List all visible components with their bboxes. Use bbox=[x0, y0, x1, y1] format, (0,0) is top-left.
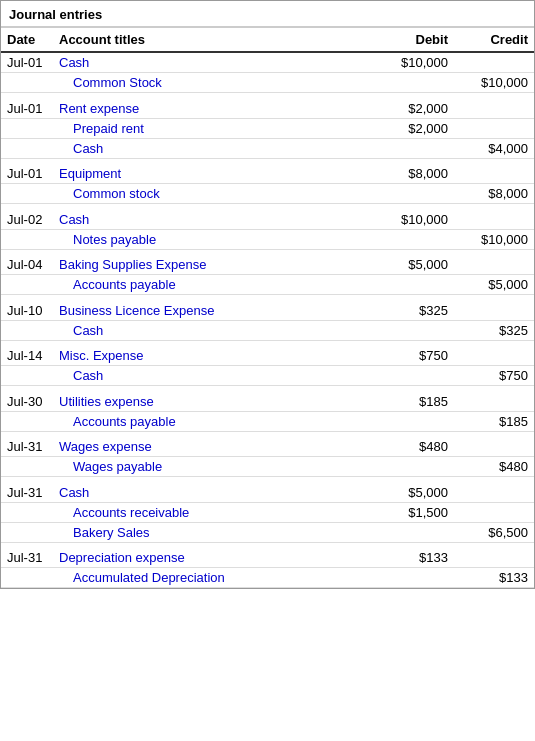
debit-cell: $5,000 bbox=[374, 255, 454, 275]
table-row: Prepaid rent$2,000 bbox=[1, 118, 534, 138]
table-row: Jul-14Misc. Expense$750 bbox=[1, 346, 534, 366]
credit-cell bbox=[454, 502, 534, 522]
date-cell bbox=[1, 138, 53, 158]
debit-cell bbox=[374, 320, 454, 340]
debit-cell bbox=[374, 73, 454, 93]
debit-cell bbox=[374, 229, 454, 249]
account-cell: Business Licence Expense bbox=[53, 301, 374, 321]
table-header: Date Account titles Debit Credit bbox=[1, 28, 534, 53]
debit-cell: $8,000 bbox=[374, 164, 454, 184]
debit-cell bbox=[374, 411, 454, 431]
credit-cell bbox=[454, 99, 534, 119]
date-header: Date bbox=[1, 28, 53, 53]
table-row: Wages payable$480 bbox=[1, 457, 534, 477]
credit-cell: $325 bbox=[454, 320, 534, 340]
credit-cell bbox=[454, 255, 534, 275]
debit-cell: $185 bbox=[374, 392, 454, 412]
date-cell bbox=[1, 184, 53, 204]
account-cell: Notes payable bbox=[53, 229, 374, 249]
credit-header: Credit bbox=[454, 28, 534, 53]
account-cell: Cash bbox=[53, 52, 374, 73]
account-cell: Prepaid rent bbox=[53, 118, 374, 138]
journal-title: Journal entries bbox=[1, 1, 534, 27]
table-row: Jul-10Business Licence Expense$325 bbox=[1, 301, 534, 321]
account-cell: Rent expense bbox=[53, 99, 374, 119]
account-cell: Utilities expense bbox=[53, 392, 374, 412]
debit-cell bbox=[374, 568, 454, 588]
credit-cell: $4,000 bbox=[454, 138, 534, 158]
account-cell: Wages expense bbox=[53, 437, 374, 457]
debit-header: Debit bbox=[374, 28, 454, 53]
table-row: Accounts receivable$1,500 bbox=[1, 502, 534, 522]
date-cell: Jul-04 bbox=[1, 255, 53, 275]
date-cell bbox=[1, 229, 53, 249]
table-row: Cash$4,000 bbox=[1, 138, 534, 158]
table-row: Jul-31Cash$5,000 bbox=[1, 483, 534, 503]
credit-cell: $5,000 bbox=[454, 275, 534, 295]
debit-cell bbox=[374, 366, 454, 386]
credit-cell bbox=[454, 210, 534, 230]
date-cell bbox=[1, 366, 53, 386]
debit-cell bbox=[374, 184, 454, 204]
account-cell: Baking Supplies Expense bbox=[53, 255, 374, 275]
date-cell: Jul-14 bbox=[1, 346, 53, 366]
account-cell: Wages payable bbox=[53, 457, 374, 477]
date-cell: Jul-01 bbox=[1, 52, 53, 73]
date-cell bbox=[1, 73, 53, 93]
table-row: Jul-04Baking Supplies Expense$5,000 bbox=[1, 255, 534, 275]
date-cell: Jul-01 bbox=[1, 164, 53, 184]
date-cell bbox=[1, 502, 53, 522]
credit-cell: $6,500 bbox=[454, 522, 534, 542]
debit-cell: $1,500 bbox=[374, 502, 454, 522]
date-cell: Jul-02 bbox=[1, 210, 53, 230]
credit-cell: $10,000 bbox=[454, 73, 534, 93]
credit-cell bbox=[454, 392, 534, 412]
date-cell: Jul-01 bbox=[1, 99, 53, 119]
account-cell: Cash bbox=[53, 138, 374, 158]
account-cell: Cash bbox=[53, 483, 374, 503]
table-row: Bakery Sales$6,500 bbox=[1, 522, 534, 542]
debit-cell bbox=[374, 522, 454, 542]
date-cell bbox=[1, 522, 53, 542]
account-cell: Accounts payable bbox=[53, 411, 374, 431]
account-cell: Common stock bbox=[53, 184, 374, 204]
account-cell: Accounts receivable bbox=[53, 502, 374, 522]
date-cell: Jul-31 bbox=[1, 548, 53, 568]
date-cell bbox=[1, 457, 53, 477]
credit-cell bbox=[454, 437, 534, 457]
credit-cell: $8,000 bbox=[454, 184, 534, 204]
debit-cell: $2,000 bbox=[374, 99, 454, 119]
date-cell bbox=[1, 275, 53, 295]
account-cell: Misc. Expense bbox=[53, 346, 374, 366]
date-cell: Jul-10 bbox=[1, 301, 53, 321]
date-cell: Jul-30 bbox=[1, 392, 53, 412]
date-cell bbox=[1, 411, 53, 431]
journal-entries-container: Journal entries Date Account titles Debi… bbox=[0, 0, 535, 589]
table-row: Accounts payable$5,000 bbox=[1, 275, 534, 295]
debit-cell: $2,000 bbox=[374, 118, 454, 138]
account-cell: Cash bbox=[53, 210, 374, 230]
account-cell: Accumulated Depreciation bbox=[53, 568, 374, 588]
account-cell: Bakery Sales bbox=[53, 522, 374, 542]
table-row: Jul-30Utilities expense$185 bbox=[1, 392, 534, 412]
table-row: Jul-02Cash$10,000 bbox=[1, 210, 534, 230]
table-row: Common Stock$10,000 bbox=[1, 73, 534, 93]
account-cell: Cash bbox=[53, 320, 374, 340]
date-cell bbox=[1, 568, 53, 588]
credit-cell bbox=[454, 346, 534, 366]
debit-cell bbox=[374, 457, 454, 477]
account-cell: Equipment bbox=[53, 164, 374, 184]
table-row: Jul-01Equipment$8,000 bbox=[1, 164, 534, 184]
table-row: Jul-01Rent expense$2,000 bbox=[1, 99, 534, 119]
table-row: Jul-31Wages expense$480 bbox=[1, 437, 534, 457]
date-cell: Jul-31 bbox=[1, 483, 53, 503]
credit-cell bbox=[454, 483, 534, 503]
debit-cell bbox=[374, 275, 454, 295]
date-cell: Jul-31 bbox=[1, 437, 53, 457]
account-cell: Cash bbox=[53, 366, 374, 386]
table-row: Accumulated Depreciation$133 bbox=[1, 568, 534, 588]
debit-cell: $325 bbox=[374, 301, 454, 321]
journal-table: Date Account titles Debit Credit Jul-01C… bbox=[1, 27, 534, 588]
debit-cell: $5,000 bbox=[374, 483, 454, 503]
credit-cell: $10,000 bbox=[454, 229, 534, 249]
